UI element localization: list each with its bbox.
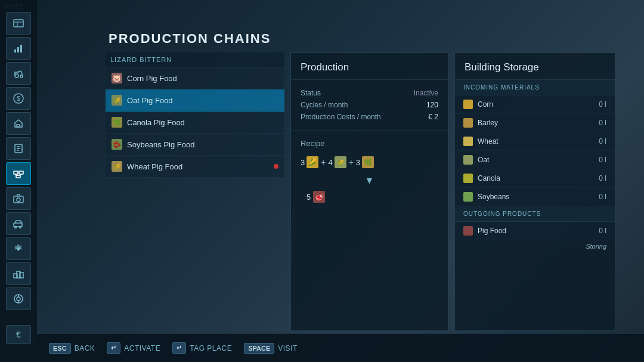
storage-icon-oat	[463, 155, 473, 165]
chain-icon-soy-pig: 🫘	[112, 139, 122, 150]
stat-row-costs: Production Costs / month € 2	[301, 111, 438, 123]
storage-note-storing: Storing	[455, 240, 615, 253]
pig-food-icon: 🥩	[313, 191, 325, 203]
storage-item-corn: Corn 0 l	[455, 95, 615, 114]
chain-icon-wheat-pig: 🌾	[112, 161, 122, 172]
production-panel: Production Status Inactive Cycles / mont…	[290, 52, 448, 331]
svg-rect-10	[17, 125, 20, 127]
recipe-output: 5 🥩	[301, 191, 438, 203]
sidebar-btn-buildings[interactable]	[6, 262, 31, 285]
chain-label-canola-pig: Canola Pig Food	[127, 118, 278, 127]
stat-row-cycles: Cycles / month 120	[301, 99, 438, 111]
storage-name-oat: Oat	[478, 156, 594, 164]
stat-row-status: Status Inactive	[301, 87, 438, 99]
operator-plus-1: +	[321, 157, 326, 167]
storage-item-wheat: Wheat 0 l	[455, 132, 615, 151]
hotkey-label-back: BACK	[75, 344, 95, 352]
hotkey-label-visit: VISIT	[278, 344, 298, 352]
incoming-header: INCOMING MATERIALS	[455, 80, 615, 95]
storage-icon-corn	[463, 100, 473, 109]
chain-icon-corn-pig: 🐷	[112, 73, 122, 83]
storage-name-canola: Canola	[478, 174, 594, 182]
storage-item-barley: Barley 0 l	[455, 114, 615, 132]
storage-item-oat: Oat 0 l	[455, 151, 615, 169]
recipe-title: Recipe	[301, 139, 438, 148]
stat-label-costs: Production Costs / month	[301, 113, 381, 121]
recipe-ingredient-oat: 4 🌾	[328, 156, 346, 168]
storage-name-wheat: Wheat	[478, 137, 594, 146]
svg-rect-0	[14, 20, 23, 27]
sidebar-btn-mission[interactable]	[6, 287, 31, 310]
hotkey-label-tag: TAG PLACE	[190, 344, 232, 352]
chain-label-corn-pig: Corn Pig Food	[127, 74, 278, 83]
sidebar-euro-btn[interactable]: €	[6, 325, 31, 344]
oat-icon: 🌾	[335, 156, 346, 168]
stat-value-status: Inactive	[414, 89, 438, 97]
storage-amount-barley: 0 l	[599, 119, 606, 127]
sidebar-btn-stats[interactable]	[6, 37, 31, 60]
outgoing-header: OUTGOING PRODUCTS	[455, 206, 615, 222]
sidebar-btn-farm[interactable]	[6, 112, 31, 135]
corn-icon: 🌽	[306, 156, 318, 168]
main-content: PRODUCTION CHAINS LIZARD BITTERN 🐷 Corn …	[37, 0, 644, 362]
hotkey-badge-tag: ↵	[172, 342, 186, 354]
sidebar-btn-tractor[interactable]	[6, 62, 31, 85]
hotkey-badge-visit: SPACE	[244, 343, 274, 354]
sidebar-btn-settings[interactable]	[6, 237, 31, 260]
hotkey-badge-activate: ↵	[107, 342, 120, 354]
chains-section-title: LIZARD BITTERN	[106, 52, 284, 67]
corn-amount: 3	[301, 158, 305, 167]
stat-value-costs: € 2	[428, 113, 438, 121]
sidebar-btn-map[interactable]	[6, 12, 31, 35]
chain-label-soy-pig: Soybeans Pig Food	[127, 140, 278, 149]
stat-label-cycles: Cycles / month	[301, 101, 348, 109]
chain-icon-canola-pig: 🌿	[112, 117, 122, 128]
chain-label-oat-pig: Oat Pig Food	[127, 96, 278, 105]
production-panel-title: Production	[291, 53, 448, 80]
sidebar-btn-vehicle[interactable]	[6, 212, 31, 235]
hotkey-activate: ↵ ACTIVATE	[107, 342, 160, 354]
chain-item-oat-pig[interactable]: 🌾 Oat Pig Food	[106, 89, 284, 112]
sidebar-btn-money[interactable]: $	[6, 87, 31, 110]
svg-rect-5	[20, 45, 22, 52]
oat-amount: 4	[328, 158, 332, 167]
storage-name-barley: Barley	[478, 119, 594, 127]
storage-icon-pig-food	[463, 226, 473, 236]
svg-rect-4	[17, 47, 19, 52]
barley-amount: 3	[356, 158, 360, 167]
storage-amount-corn: 0 l	[599, 100, 606, 109]
sidebar-btn-production[interactable]	[6, 162, 31, 185]
chain-item-soy-pig[interactable]: 🫘 Soybeans Pig Food	[106, 134, 284, 156]
production-stats: Status Inactive Cycles / month 120 Produ…	[291, 80, 448, 131]
sidebar-btn-camera[interactable]	[6, 187, 31, 210]
storage-item-canola: Canola 0 l	[455, 169, 615, 188]
recipe-arrow: ▼	[301, 175, 438, 186]
hotkey-esc: ESC BACK	[49, 343, 95, 354]
svg-point-25	[15, 227, 17, 228]
svg-point-26	[20, 227, 21, 228]
storage-icon-canola	[463, 174, 473, 183]
bottom-bar: ESC BACK ↵ ACTIVATE ↵ TAG PLACE SPACE VI…	[37, 333, 644, 362]
chain-item-wheat-pig[interactable]: 🌾 Wheat Pig Food	[106, 156, 284, 178]
hotkey-tag: ↵ TAG PLACE	[172, 342, 232, 354]
sidebar-btn-log[interactable]	[6, 137, 31, 160]
recipe-ingredient-barley: 3 🌿	[356, 156, 374, 168]
barley-icon: 🌿	[362, 156, 374, 168]
chains-panel: LIZARD BITTERN 🐷 Corn Pig Food 🌾 Oat Pig…	[106, 52, 284, 331]
storage-amount-pig-food: 0 l	[599, 227, 606, 235]
storage-icon-barley	[463, 118, 473, 128]
svg-rect-3	[14, 49, 16, 52]
chain-item-corn-pig[interactable]: 🐷 Corn Pig Food	[106, 67, 284, 89]
stat-label-status: Status	[301, 89, 321, 97]
stat-value-cycles: 120	[426, 101, 438, 109]
storage-name-pig-food: Pig Food	[478, 227, 594, 235]
storage-amount-oat: 0 l	[599, 156, 606, 164]
svg-point-23	[17, 198, 20, 202]
operator-plus-2: +	[349, 157, 354, 167]
storage-icon-wheat	[463, 137, 473, 146]
svg-rect-15	[14, 171, 18, 174]
recipe-ingredient-corn: 3 🌽	[301, 156, 318, 168]
chain-item-canola-pig[interactable]: 🌿 Canola Pig Food	[106, 112, 284, 134]
hotkey-label-activate: ACTIVATE	[124, 344, 160, 352]
storage-name-soybeans: Soybeans	[478, 193, 594, 201]
